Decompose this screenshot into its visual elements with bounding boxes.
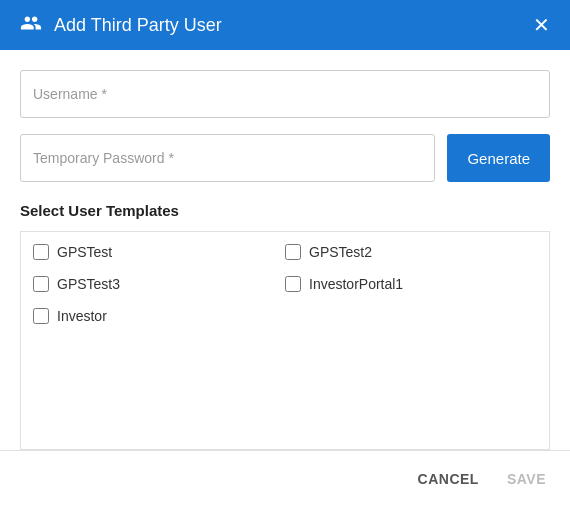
close-icon[interactable]: ✕ [533,15,550,35]
dialog-footer: CANCEL SAVE [0,450,570,507]
list-item[interactable]: GPSTest [33,240,285,264]
templates-section: Select User Templates GPSTestGPSTest2GPS… [20,202,550,450]
user-icon [20,12,42,39]
dialog-body: Generate Select User Templates GPSTestGP… [0,50,570,450]
templates-label: Select User Templates [20,202,550,219]
template-label-gpstest: GPSTest [57,244,112,260]
list-item[interactable]: InvestorPortal1 [285,272,537,296]
dialog-header: Add Third Party User ✕ [0,0,570,50]
dialog-title: Add Third Party User [54,15,533,36]
generate-button[interactable]: Generate [447,134,550,182]
cancel-button[interactable]: CANCEL [414,463,483,495]
add-third-party-user-dialog: Add Third Party User ✕ Generate Select U… [0,0,570,507]
save-button: SAVE [503,463,550,495]
template-checkbox-investor[interactable] [33,308,49,324]
username-group [20,70,550,118]
template-label-gpstest2: GPSTest2 [309,244,372,260]
template-label-investorportal1: InvestorPortal1 [309,276,403,292]
template-checkbox-gpstest2[interactable] [285,244,301,260]
templates-grid: GPSTestGPSTest2GPSTest3InvestorPortal1In… [33,240,537,328]
list-item[interactable]: GPSTest2 [285,240,537,264]
template-checkbox-gpstest3[interactable] [33,276,49,292]
templates-scroll-area[interactable]: GPSTestGPSTest2GPSTest3InvestorPortal1In… [20,231,550,450]
list-item[interactable]: Investor [33,304,285,328]
template-label-investor: Investor [57,308,107,324]
username-input[interactable] [20,70,550,118]
template-checkbox-investorportal1[interactable] [285,276,301,292]
list-item[interactable]: GPSTest3 [33,272,285,296]
password-input[interactable] [20,134,435,182]
template-label-gpstest3: GPSTest3 [57,276,120,292]
template-checkbox-gpstest[interactable] [33,244,49,260]
password-row: Generate [20,134,550,182]
